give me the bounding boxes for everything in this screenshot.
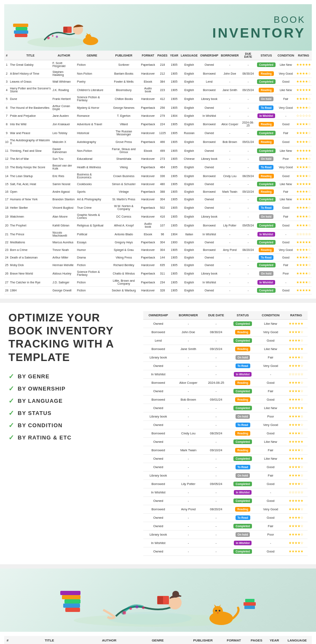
rating-stars: ★★★★☆ (289, 423, 303, 427)
col-duedate: DUE DATE (240, 51, 256, 60)
cell-year: 1905 (169, 287, 179, 294)
cell-ownership: Owned (199, 103, 220, 112)
status-badge: Completed (233, 389, 252, 393)
mini-cell-rating: ★★★★★ (285, 345, 308, 353)
cell-language: English (179, 172, 199, 181)
feature-label: BY OWNERSHIP (18, 385, 66, 392)
status-badge: Reading (235, 330, 250, 334)
cell-pages: 388 (156, 188, 169, 196)
cell-rating: ★★★★★ (295, 86, 312, 94)
cell-title: Born a Crime (9, 246, 52, 254)
rating-stars: ★★★★☆ (296, 272, 311, 275)
cell-publisher: Shambhala (108, 155, 140, 163)
cell-language: English (179, 120, 199, 129)
status-badge: Reading (259, 122, 274, 127)
cell-condition: Like New (276, 146, 295, 155)
cell-year: 1905 (169, 221, 179, 230)
table-row: 26 Brave New World Aldous Huxley Science… (4, 269, 312, 278)
rating-stars: ★★★★☆ (289, 389, 303, 393)
cell-language: Chinese (179, 155, 199, 163)
cell-language: English (179, 254, 199, 261)
status-badge: Reading (235, 397, 250, 402)
cell-genre: Cookbooks (76, 181, 108, 188)
mini-cell-condition: Good (257, 379, 285, 387)
cell-ownership: Borrowed (199, 221, 220, 230)
mini-col-duedate: DUE DATE (203, 311, 229, 320)
cell-rating: ★★★★☆ (295, 94, 312, 103)
svg-rect-7 (64, 27, 67, 32)
cell-author: George Orwell (52, 287, 76, 294)
cell-borrower: - (220, 78, 240, 86)
btcol-publisher: PUBLISHER (185, 636, 221, 644)
btcol-year: YEAR (266, 636, 283, 644)
mini-table-row: Owned - - To Read Good ★★★★☆ (143, 463, 308, 472)
mini-cell-borrower: - (174, 514, 204, 522)
cell-publisher: Chatto & Windus (108, 269, 140, 278)
cell-genre: Humor (76, 246, 108, 254)
cell-pages: 499 (156, 146, 169, 155)
cell-num: 2 (4, 69, 9, 78)
cell-duedate: 09/01/24 (240, 137, 256, 146)
cell-ownership: Borrowed (199, 120, 220, 129)
mini-cell-duedate: - (203, 412, 229, 421)
mini-cell-borrower: - (174, 387, 204, 396)
cell-condition: Like New (276, 181, 295, 188)
cell-rating: ★★★★☆ (295, 103, 312, 112)
rating-stars: ★★★★★ (289, 347, 303, 351)
mini-cell-rating: ★★★★★ (285, 438, 308, 446)
svg-rect-13 (65, 608, 80, 612)
cell-num: 21 (4, 230, 9, 239)
status-badge: On hold (259, 156, 274, 161)
table-row: 11 Thinking, Fast and Slow Daniel Kahnem… (4, 146, 312, 155)
mini-cell-status: To Read (229, 514, 257, 522)
status-badge: Reading (235, 507, 250, 512)
status-badge: Completed (233, 498, 252, 503)
cell-format: Hardcover (140, 246, 156, 254)
cell-ownership: Owned (199, 287, 220, 294)
mini-cell-rating: ☆☆☆☆☆ (285, 370, 308, 379)
rating-stars: ★★★★☆ (289, 381, 303, 385)
mini-cell-duedate: - (203, 488, 229, 497)
cell-borrower: - (220, 146, 240, 155)
mini-cell-ownership: Owned (143, 320, 174, 328)
cell-language: English (179, 287, 199, 294)
rating-stars: ★★★★☆ (296, 263, 311, 267)
cell-duedate: 09/15/24 (240, 86, 256, 94)
col-rating: RATING (295, 51, 312, 60)
check-icon: ✓ (8, 372, 14, 380)
cell-ownership: In Wishlist (199, 230, 220, 239)
section3-bottom: # TITLE AUTHOR GENRE PUBLISHER FORMAT PA… (0, 569, 316, 644)
cell-status: To Read (256, 163, 276, 172)
cell-publisher: DC Comics (108, 212, 140, 221)
rating-stars: ★★★★☆ (289, 415, 303, 418)
cell-year: 1905 (169, 78, 179, 86)
rating-stars: ★★★★☆ (289, 339, 303, 342)
mini-cell-rating: ★★★★☆ (285, 412, 308, 421)
cell-publisher: Spiegel & Grau (108, 246, 140, 254)
cell-ownership: Owned (199, 261, 220, 269)
cell-pages: 304 (156, 239, 169, 246)
feature-label: BY STATUS (18, 410, 52, 416)
cell-ownership: Library book (199, 94, 220, 103)
cell-publisher: Villard (108, 120, 140, 129)
table-row: 6 The Hound of the Baskervilles Arthur C… (4, 103, 312, 112)
mini-cell-condition: Fair (257, 387, 285, 396)
rating-stars: ☆☆☆☆☆ (289, 490, 303, 494)
cell-publisher: Secker & Warburg (108, 287, 140, 294)
mini-cell-ownership: Owned (143, 421, 174, 429)
cell-condition: Like New (276, 86, 295, 94)
mini-col-borrower: BORROWER (174, 311, 204, 320)
cell-author: Niccolo Machiavelli (52, 230, 76, 239)
table-row: 12 The Art of War Sun Tzu Educational Sh… (4, 155, 312, 163)
mini-table-row: Owned - - Completed Good ★★★★★ (143, 547, 308, 556)
rating-stars: ★★★★★ (289, 406, 303, 410)
cell-condition: Very Good (276, 163, 295, 172)
btcol-genre: GENRE (131, 636, 185, 644)
cell-borrower: Bob Brown (220, 137, 240, 146)
mini-cell-status: Completed (229, 480, 257, 488)
svg-point-32 (217, 612, 219, 613)
cell-author: Leo Tolstoy (52, 129, 76, 137)
cell-year: 1905 (169, 254, 179, 261)
mini-cell-duedate: 09/10/24 (203, 446, 229, 455)
rating-stars: ☆☆☆☆☆ (296, 232, 311, 236)
